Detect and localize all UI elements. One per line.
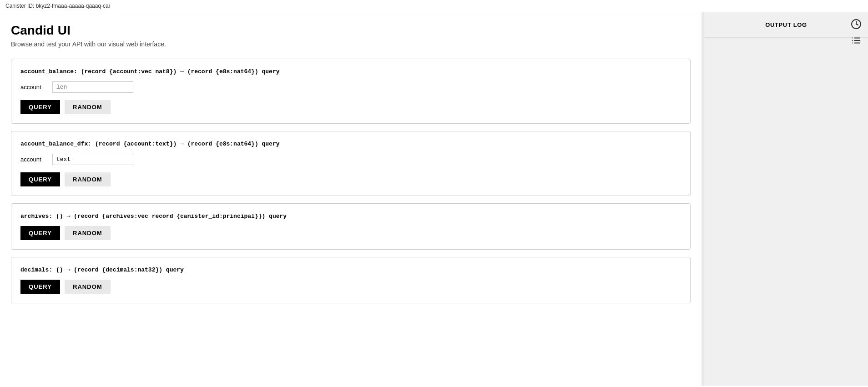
page-title: Candid UI — [11, 23, 691, 38]
api-card-account-balance: account_balance: (record {account:vec na… — [11, 59, 691, 124]
account-input-nat8[interactable] — [52, 81, 133, 93]
right-panel-icons — [850, 18, 863, 47]
api-signature-account-balance: account_balance: (record {account:vec na… — [20, 68, 681, 75]
top-bar: Canister ID: bkyz2-fmaaa-aaaaa-qaaaq-cai — [0, 0, 868, 12]
button-row-3: QUERY RANDOM — [20, 226, 681, 240]
random-button-account-balance[interactable]: RANDOM — [65, 100, 111, 114]
api-card-account-balance-dfx: account_balance_dfx: (record {account:te… — [11, 131, 691, 196]
fn-rest-sig-dfx: (record {account:text}) → (record {e8s:n… — [91, 141, 279, 147]
api-signature-archives: archives: () → (record {archives:vec rec… — [20, 213, 681, 220]
api-card-decimals: decimals: () → (record {decimals:nat32})… — [11, 257, 691, 303]
button-row-1: QUERY RANDOM — [20, 100, 681, 114]
field-row-account-dfx: account — [20, 154, 681, 165]
account-input-text[interactable] — [52, 154, 134, 165]
fn-name-decimals: decimals: — [20, 266, 52, 273]
random-button-archives[interactable]: RANDOM — [65, 226, 111, 240]
field-label-account: account — [20, 84, 48, 90]
query-button-archives[interactable]: QUERY — [20, 226, 60, 240]
api-signature-account-balance-dfx: account_balance_dfx: (record {account:te… — [20, 141, 681, 147]
right-panel: OUTPUT LOG — [704, 12, 868, 386]
fn-name-archives: archives: — [20, 213, 52, 220]
left-panel: Candid UI Browse and test your API with … — [0, 12, 701, 386]
query-button-account-balance-dfx[interactable]: QUERY — [20, 172, 60, 186]
button-row-4: QUERY RANDOM — [20, 280, 681, 294]
fn-rest-sig-archives: () → (record {archives:vec record {canis… — [52, 213, 287, 220]
clock-icon[interactable] — [850, 18, 863, 30]
fn-name: account_balance: — [20, 68, 77, 75]
fn-rest-sig: (record {account:vec nat8}) → (record {e… — [77, 68, 280, 75]
list-icon[interactable] — [850, 34, 863, 47]
random-button-account-balance-dfx[interactable]: RANDOM — [65, 172, 111, 186]
page-subtitle: Browse and test your API with our visual… — [11, 40, 691, 48]
query-button-account-balance[interactable]: QUERY — [20, 100, 60, 114]
field-row-account: account — [20, 81, 681, 93]
canister-id-label: Canister ID: bkyz2-fmaaa-aaaaa-qaaaq-cai — [5, 3, 110, 9]
field-label-account-dfx: account — [20, 156, 48, 163]
api-card-archives: archives: () → (record {archives:vec rec… — [11, 203, 691, 250]
button-row-2: QUERY RANDOM — [20, 172, 681, 186]
output-log-title: OUTPUT LOG — [765, 21, 807, 28]
fn-name-dfx: account_balance_dfx: — [20, 141, 91, 147]
main-layout: Candid UI Browse and test your API with … — [0, 12, 868, 386]
random-button-decimals[interactable]: RANDOM — [65, 280, 111, 294]
query-button-decimals[interactable]: QUERY — [20, 280, 60, 294]
output-log-header: OUTPUT LOG — [704, 12, 868, 38]
api-signature-decimals: decimals: () → (record {decimals:nat32})… — [20, 266, 681, 273]
fn-rest-sig-decimals: () → (record {decimals:nat32}) query — [52, 266, 184, 273]
